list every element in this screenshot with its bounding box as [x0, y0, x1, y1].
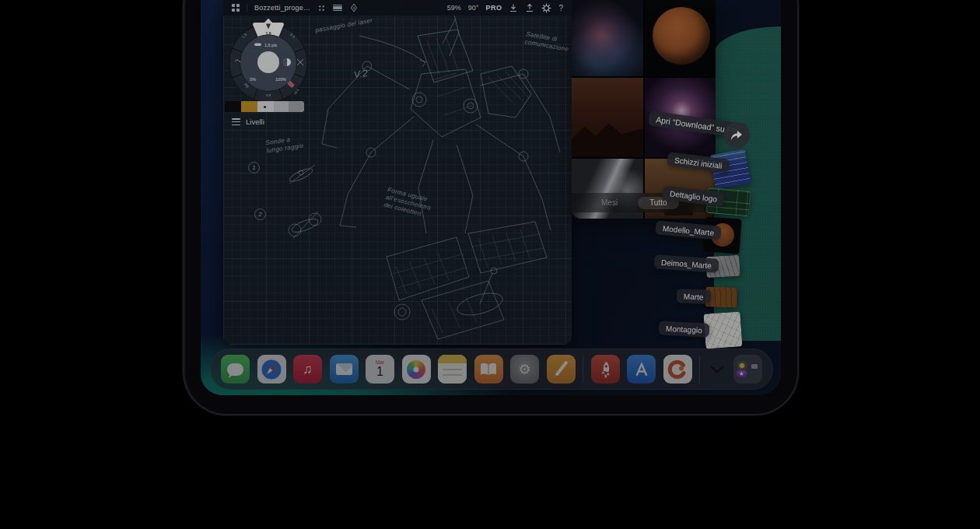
dock-recent-apps-group[interactable]: ★: [733, 355, 762, 384]
gallery-grid-icon[interactable]: [232, 4, 240, 12]
dock-app-rocket[interactable]: [591, 355, 620, 384]
import-icon[interactable]: [509, 3, 518, 12]
photos-flower-icon: [407, 360, 425, 379]
tool-wheel[interactable]: 1,6 1,3 5,5 14,5 8,9 Ab 1,6 pts 0%: [226, 19, 311, 109]
layers-button[interactable]: Livelli: [232, 117, 264, 126]
rotation-angle[interactable]: 90°: [468, 4, 479, 12]
drag-thumb-montage-sketch[interactable]: [703, 311, 742, 349]
dock-divider: [583, 356, 583, 384]
star-app-icon: ★: [737, 370, 747, 377]
selected-swatch-dot: [264, 106, 266, 108]
stage: Bozzetti_proge… 59% 90° PRO: [0, 0, 980, 529]
swatch-gold[interactable]: [241, 101, 257, 112]
dock-collapse-chevron[interactable]: [708, 355, 726, 384]
concepts-toolbar: Bozzetti_proge… 59% 90° PRO: [223, 0, 572, 16]
pen-icon: [555, 360, 568, 376]
gear-icon: ⚙: [518, 361, 530, 378]
concepts-app-window: Bozzetti_proge… 59% 90° PRO: [223, 0, 572, 345]
dock-app-books[interactable]: [474, 355, 503, 384]
swatch-black[interactable]: [225, 101, 241, 112]
dock-app-photos[interactable]: [402, 355, 431, 384]
photo-nebula[interactable]: [572, 0, 643, 76]
mars-globe: [653, 7, 710, 65]
chevron-down-icon: [710, 366, 724, 373]
snap-grid-icon[interactable]: [317, 4, 326, 12]
envelope-icon: [336, 363, 352, 375]
brush-size-label: 1,6 pts: [264, 43, 277, 47]
dock-app-sketch[interactable]: [547, 355, 576, 384]
opacity-min-label: 0%: [250, 77, 256, 82]
export-icon[interactable]: [525, 3, 534, 12]
dock-app-music[interactable]: ♫: [293, 355, 322, 384]
selected-brush-size: 1,6: [265, 31, 271, 36]
dock-app-concepts[interactable]: [663, 355, 692, 384]
concepts-c-icon: [667, 359, 688, 380]
toolbar-divider: [247, 4, 247, 12]
annotation-marker-1: 1: [248, 162, 260, 173]
rocket-icon: [597, 360, 614, 379]
settings-gear-icon[interactable]: [541, 3, 551, 13]
open-book-icon: [479, 362, 498, 377]
drag-label[interactable]: Montaggio: [659, 321, 710, 337]
tab-months[interactable]: Mesi: [601, 198, 618, 207]
ipad-device: Bozzetti_proge… 59% 90° PRO: [184, 0, 797, 414]
share-forward-button[interactable]: [723, 122, 750, 149]
dock-app-settings[interactable]: ⚙: [510, 355, 539, 384]
safari-compass-icon: [261, 359, 282, 380]
swatch-lightgray[interactable]: [257, 101, 274, 112]
photo-mars-landscape[interactable]: [572, 78, 643, 157]
forward-arrow-icon: [730, 129, 744, 142]
layers-label: Livelli: [246, 117, 264, 126]
document-title[interactable]: Bozzetti_proge…: [254, 4, 310, 12]
dock-app-notes[interactable]: [438, 355, 467, 384]
swatch-darkgray[interactable]: [289, 101, 304, 112]
annotation-marker-2: 2: [254, 208, 266, 220]
photo-mars-planet[interactable]: [645, 0, 716, 76]
drag-label[interactable]: Marte: [677, 289, 711, 304]
dock-app-mail[interactable]: [330, 355, 359, 384]
music-note-icon: ♫: [303, 362, 313, 377]
pen-nib-icon[interactable]: [349, 3, 359, 12]
dock-divider: [699, 356, 700, 384]
calendar-day: 1: [376, 366, 383, 378]
notes-header: [438, 355, 467, 363]
dock-app-calendar[interactable]: Mar 1: [366, 355, 394, 384]
help-button[interactable]: ?: [558, 4, 563, 12]
annotation-version: V.2: [353, 68, 369, 81]
brush-preview: [254, 44, 261, 47]
color-palette[interactable]: [225, 101, 304, 112]
pro-badge[interactable]: PRO: [485, 4, 502, 12]
photos-app-window: [572, 0, 716, 219]
swatch-gray[interactable]: [274, 101, 289, 112]
dock-app-appstore[interactable]: [627, 355, 656, 384]
dock-app-safari[interactable]: [257, 355, 286, 384]
opacity-max-label: 100%: [275, 77, 286, 82]
current-color-swatch[interactable]: [257, 51, 279, 73]
brush-size-bottom: 8,9: [265, 93, 271, 97]
dock: ♫ Mar 1 ⚙: [210, 349, 773, 390]
speech-bubble-icon: [227, 363, 243, 376]
ipad-screen: Bozzetti_proge… 59% 90° PRO: [201, 0, 781, 395]
dock-app-messages[interactable]: [221, 355, 250, 384]
zoom-level[interactable]: 59%: [447, 4, 461, 12]
notes-lines: [438, 363, 467, 384]
appstore-a-icon: [632, 359, 652, 380]
layers-icon: [232, 118, 240, 125]
mountain-silhouette: [572, 114, 643, 157]
stroke-style-icon[interactable]: [333, 4, 342, 12]
